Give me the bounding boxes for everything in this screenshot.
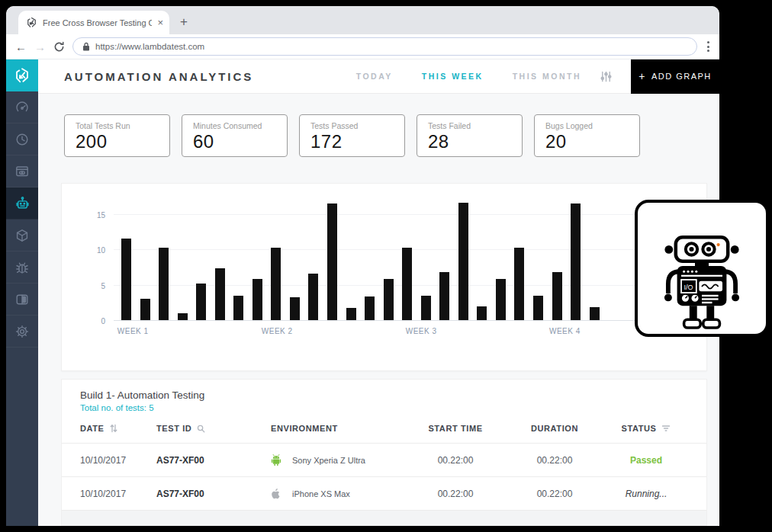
x-axis-week-label: WEEK 4 — [549, 327, 581, 335]
browser-tab[interactable]: Free Cross Browser Testing Clou × — [18, 11, 169, 34]
tab-this-month[interactable]: THIS MONTH — [513, 72, 581, 81]
stat-label: Minutes Consumed — [193, 121, 287, 130]
chart-bar — [196, 284, 206, 320]
chart-bar — [308, 274, 318, 320]
lock-icon — [82, 42, 90, 51]
back-icon[interactable]: ← — [15, 41, 27, 53]
new-tab-button[interactable]: + — [172, 11, 195, 34]
tab-strip: Free Cross Browser Testing Clou × + — [6, 6, 719, 34]
stat-label: Bugs Logged — [545, 121, 639, 130]
chart-bar — [178, 313, 188, 320]
tab-close-icon[interactable]: × — [157, 18, 163, 27]
chart-bar — [571, 204, 581, 320]
chart-bar — [121, 239, 131, 320]
tab-title: Free Cross Browser Testing Clou — [43, 18, 152, 27]
column-header-date[interactable]: DATE — [80, 424, 156, 433]
android-icon — [271, 453, 281, 466]
sort-icon[interactable] — [110, 424, 117, 433]
plus-icon: + — [639, 70, 646, 82]
history-clock-icon — [14, 132, 30, 147]
table-footer-strip — [62, 510, 706, 525]
lambdatest-logo[interactable] — [6, 59, 38, 91]
chart-bar — [458, 203, 468, 320]
tab-this-week[interactable]: THIS WEEK — [422, 72, 484, 81]
total-tests-subtitle: Total no. of tests: 5 — [80, 403, 688, 412]
sidebar-item-visual-testing[interactable] — [6, 284, 38, 316]
x-axis-week-label: WEEK 3 — [406, 327, 437, 335]
sidebar-item-history[interactable] — [6, 123, 38, 155]
stat-card-failed: Tests Failed 28 — [417, 114, 523, 157]
chart-x-axis: WEEK 1WEEK 2WEEK 3WEEK 4 — [114, 327, 697, 339]
stat-value: 20 — [545, 131, 639, 152]
chart-bar — [496, 279, 506, 320]
stat-label: Tests Failed — [428, 121, 522, 130]
chart-bar — [439, 272, 449, 320]
chart-bar — [253, 279, 262, 320]
cell-start-time: 00.22:00 — [406, 455, 505, 466]
chart-bar — [365, 296, 375, 320]
sidebar — [6, 91, 38, 526]
stat-card-minutes: Minutes Consumed 60 — [182, 114, 288, 157]
url-text: https://www.lambdatest.com — [95, 42, 204, 51]
results-table-card: Build 1- Automation Testing Total no. of… — [61, 379, 707, 526]
table-row[interactable]: 10/10/2017 AS77-XF00 — [62, 443, 706, 476]
url-bar[interactable]: https://www.lambdatest.com — [72, 37, 697, 56]
stat-label: Total Tests Run — [76, 121, 169, 130]
sidebar-item-bugs[interactable] — [6, 252, 38, 284]
robot-illustration-icon: I/O — [661, 227, 743, 332]
lambdatest-logo-icon — [14, 67, 31, 84]
chart-bar — [215, 268, 225, 320]
stat-card-passed: Tests Passed 172 — [299, 114, 405, 157]
gear-icon — [14, 324, 30, 339]
gauge-icon — [14, 100, 30, 115]
sidebar-item-automation[interactable] — [6, 187, 38, 220]
chart-bar — [514, 248, 524, 320]
status-badge: Passed — [630, 455, 662, 466]
chart-gridline — [114, 320, 697, 321]
table-row[interactable]: 10/10/2017 AS77-XF00 iPhone XS Max 00.22… — [62, 476, 706, 510]
app-root: AUTOMATION ANALYTICS TODAY THIS WEEK THI… — [6, 59, 719, 526]
chart-bar — [271, 248, 281, 320]
tab-today[interactable]: TODAY — [356, 72, 393, 81]
add-graph-button[interactable]: + ADD GRAPH — [631, 59, 719, 94]
page-header: AUTOMATION ANALYTICS TODAY THIS WEEK THI… — [38, 59, 719, 94]
robot-sticker: I/O — [635, 200, 769, 337]
cube-icon — [14, 228, 30, 243]
chart-bar — [233, 296, 243, 320]
column-header-starttime: START TIME — [406, 424, 505, 433]
period-tabs: TODAY THIS WEEK THIS MONTH — [356, 72, 581, 81]
forward-icon[interactable]: → — [34, 41, 46, 53]
chart-bars — [121, 203, 600, 320]
column-header-status[interactable]: STATUS — [604, 424, 688, 433]
y-axis-tick: 10 — [62, 246, 105, 255]
sidebar-item-packages[interactable] — [6, 220, 38, 252]
stat-value: 60 — [193, 131, 287, 152]
cell-start-time: 00.22:00 — [406, 489, 505, 499]
cell-test-id: AS77-XF00 — [156, 489, 271, 499]
y-axis-tick: 15 — [62, 210, 105, 219]
cell-environment: iPhone XS Max — [271, 488, 406, 500]
stat-card-total-tests: Total Tests Run 200 — [64, 114, 170, 157]
x-axis-week-label: WEEK 2 — [262, 327, 293, 335]
sidebar-item-settings[interactable] — [6, 316, 38, 348]
filter-sliders-icon[interactable] — [600, 70, 613, 83]
filter-icon[interactable] — [661, 425, 671, 432]
browser-menu-icon[interactable] — [705, 41, 712, 52]
chart-bar — [477, 306, 487, 320]
cell-status: Running... — [604, 489, 688, 499]
sidebar-item-realtime[interactable] — [6, 155, 38, 187]
apple-icon — [271, 488, 281, 500]
cell-status: Passed — [604, 455, 688, 466]
stat-label: Tests Passed — [310, 121, 404, 130]
refresh-icon[interactable] — [53, 41, 65, 53]
search-icon[interactable] — [197, 425, 205, 433]
sidebar-item-dashboard[interactable] — [6, 91, 38, 123]
table-header-row: DATE TEST ID ENVIRONMENT — [62, 424, 706, 443]
cell-test-id: AS77-XF00 — [156, 455, 271, 466]
status-badge: Running... — [626, 489, 667, 499]
column-header-testid[interactable]: TEST ID — [156, 424, 271, 433]
browser-eye-icon — [14, 164, 30, 179]
bar-chart-card: 051015 WEEK 1WEEK 2WEEK 3WEEK 4 — [61, 183, 707, 371]
chart-bar — [533, 296, 543, 320]
column-header-duration: DURATION — [505, 424, 604, 433]
